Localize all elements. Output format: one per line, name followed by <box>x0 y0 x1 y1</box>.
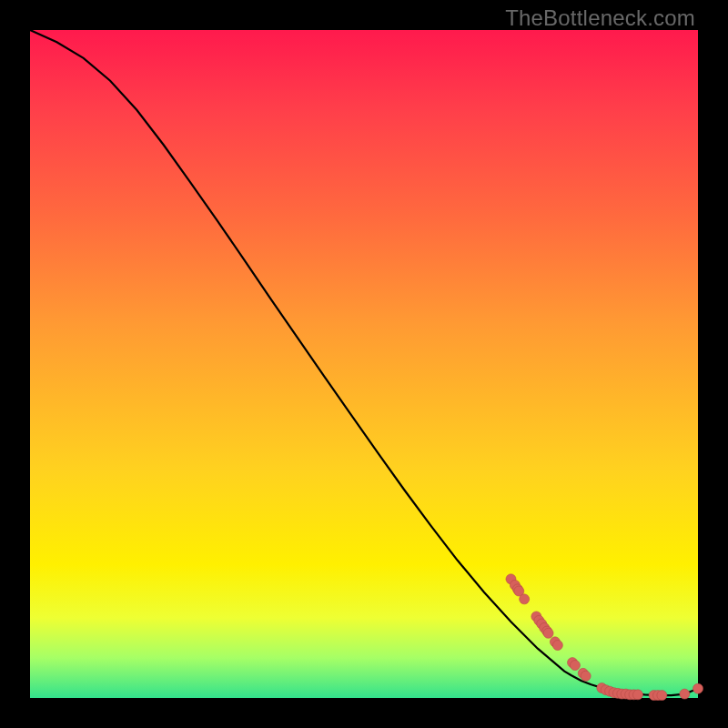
chart-frame: TheBottleneck.com <box>0 0 728 728</box>
data-point <box>693 683 703 693</box>
curve-line <box>30 30 698 695</box>
data-point <box>520 594 530 604</box>
data-point <box>581 671 591 681</box>
data-point <box>657 691 667 701</box>
data-point <box>552 641 562 651</box>
data-point <box>543 628 553 638</box>
chart-overlay <box>30 30 698 698</box>
data-point <box>570 661 580 671</box>
data-point <box>680 689 690 699</box>
data-point <box>632 690 642 700</box>
data-points <box>506 574 703 701</box>
watermark-text: TheBottleneck.com <box>505 5 695 31</box>
